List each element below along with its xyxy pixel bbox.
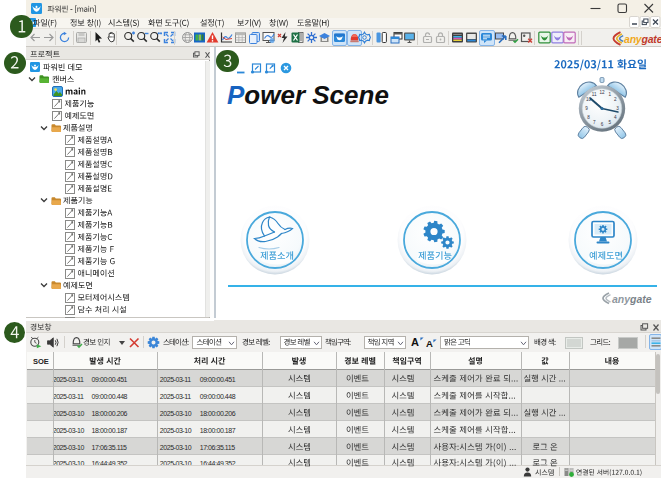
svg-text:1: 1	[609, 92, 612, 97]
svg-text:9: 9	[585, 106, 588, 111]
svg-text:8: 8	[587, 115, 590, 120]
svg-text:6: 6	[601, 122, 604, 127]
svg-text:11: 11	[592, 92, 597, 97]
svg-text:4: 4	[614, 115, 617, 120]
svg-text:3: 3	[616, 106, 619, 111]
svg-text:12: 12	[599, 90, 605, 95]
svg-text:7: 7	[593, 120, 596, 125]
svg-text:5: 5	[609, 120, 612, 125]
svg-text:2: 2	[614, 97, 617, 102]
